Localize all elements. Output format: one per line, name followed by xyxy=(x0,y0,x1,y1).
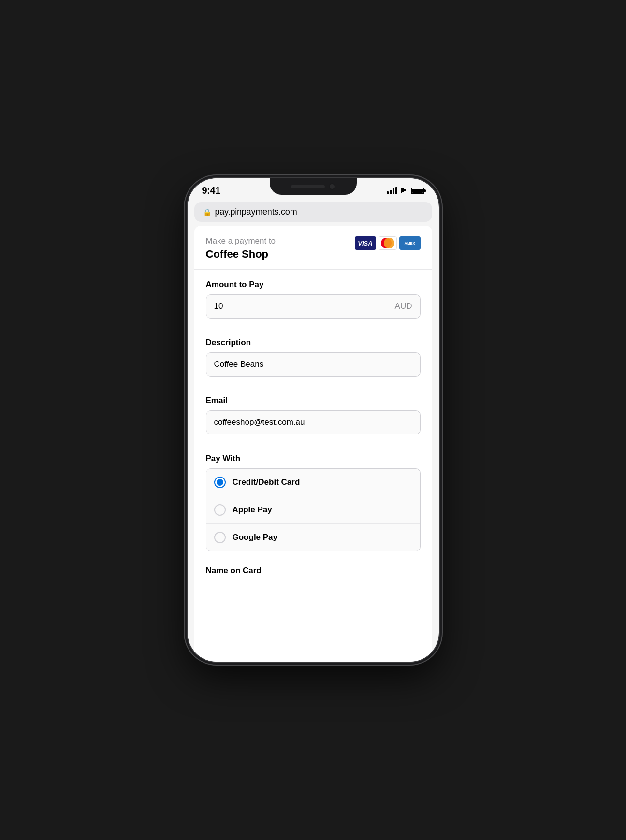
merchant-info: Make a payment to Coffee Shop xyxy=(206,236,276,261)
amount-input[interactable]: 10 AUD xyxy=(206,294,421,319)
payment-header: Make a payment to Coffee Shop VISA AMEX xyxy=(206,236,421,261)
radio-credit[interactable] xyxy=(214,477,226,488)
amount-section: Amount to Pay 10 AUD xyxy=(194,270,432,319)
description-label: Description xyxy=(206,338,421,348)
pay-with-section: Pay With Credit/Debit Card Apple Pay xyxy=(194,444,432,551)
visa-logo: VISA xyxy=(355,236,376,250)
pay-option-apple-label: Apple Pay xyxy=(233,505,272,515)
name-on-card-label: Name on Card xyxy=(206,566,421,576)
pay-option-apple[interactable]: Apple Pay xyxy=(206,496,420,524)
notch xyxy=(270,178,357,195)
amex-logo: AMEX xyxy=(399,236,421,250)
merchant-name: Coffee Shop xyxy=(206,248,276,261)
currency-label: AUD xyxy=(395,302,412,311)
description-section: Description Coffee Beans xyxy=(194,328,432,377)
amount-label: Amount to Pay xyxy=(206,280,421,290)
phone-frame: 9:41 ⯈︎ 🔒 pay.pinpayments.com xyxy=(188,178,439,662)
payment-card: Make a payment to Coffee Shop VISA AMEX xyxy=(194,226,432,270)
page-content: Make a payment to Coffee Shop VISA AMEX xyxy=(194,226,432,662)
description-value: Coffee Beans xyxy=(214,360,264,369)
notch-camera xyxy=(329,183,335,190)
amount-value: 10 xyxy=(214,302,223,311)
mastercard-logo xyxy=(379,236,397,250)
wifi-icon: ⯈︎ xyxy=(400,187,408,195)
name-on-card-section: Name on Card xyxy=(194,561,432,576)
email-section: Email coffeeshop@test.com.au xyxy=(194,386,432,434)
radio-credit-fill xyxy=(217,479,223,486)
url-bar[interactable]: 🔒 pay.pinpayments.com xyxy=(194,202,432,222)
status-time: 9:41 xyxy=(202,185,220,196)
pay-option-google-label: Google Pay xyxy=(233,533,278,542)
status-bar: 9:41 ⯈︎ xyxy=(188,178,439,200)
battery-icon xyxy=(411,188,424,194)
card-logos: VISA AMEX xyxy=(355,236,421,250)
pay-with-label: Pay With xyxy=(206,454,421,463)
pay-option-credit-label: Credit/Debit Card xyxy=(233,478,300,487)
lock-icon: 🔒 xyxy=(203,208,211,216)
radio-google[interactable] xyxy=(214,532,226,543)
phone-screen: 9:41 ⯈︎ 🔒 pay.pinpayments.com xyxy=(188,178,439,662)
pay-option-google[interactable]: Google Pay xyxy=(206,524,420,551)
signal-bars-icon xyxy=(387,187,397,194)
payment-subtitle: Make a payment to xyxy=(206,236,276,246)
email-input[interactable]: coffeeshop@test.com.au xyxy=(206,410,421,434)
pay-options-group: Credit/Debit Card Apple Pay Google Pay xyxy=(206,468,421,551)
status-icons: ⯈︎ xyxy=(387,187,424,195)
pay-option-credit[interactable]: Credit/Debit Card xyxy=(206,469,420,496)
radio-apple[interactable] xyxy=(214,504,226,516)
description-input[interactable]: Coffee Beans xyxy=(206,352,421,377)
email-value: coffeeshop@test.com.au xyxy=(214,418,305,427)
email-label: Email xyxy=(206,396,421,406)
url-text: pay.pinpayments.com xyxy=(215,207,297,217)
notch-speaker xyxy=(291,185,325,188)
